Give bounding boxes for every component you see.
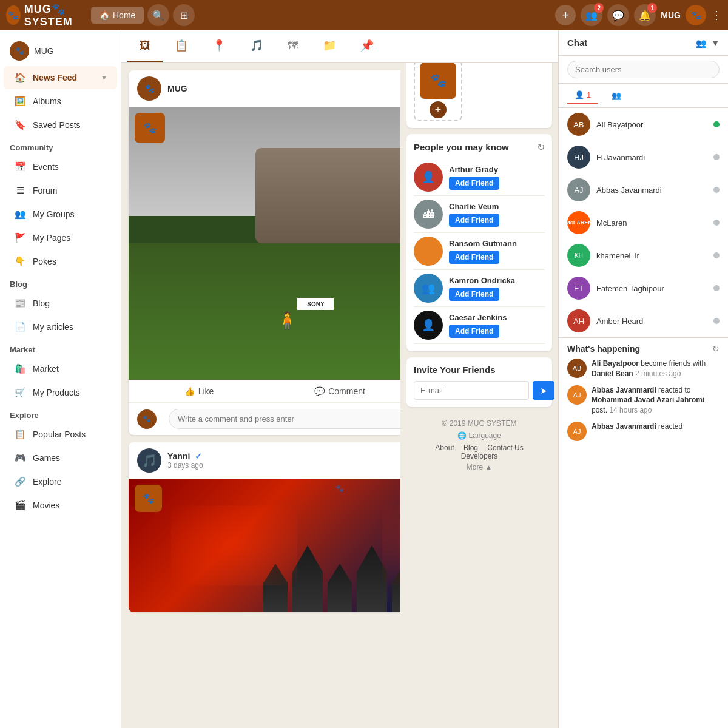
offline-indicator-3: [713, 220, 720, 226]
wh-header: What's happening ↻: [567, 344, 720, 354]
sidebar-item-movies[interactable]: 🎬 Movies: [4, 494, 117, 517]
chat-add-icon[interactable]: 👥: [696, 38, 706, 48]
tab-files[interactable]: 📁: [311, 30, 348, 62]
messages-button[interactable]: ⊞: [173, 4, 195, 26]
sidebar-item-explore[interactable]: 🔗 Explore: [4, 470, 117, 493]
chat-user-3[interactable]: McLAREN McLaren: [559, 206, 728, 239]
tab-location[interactable]: 📍: [200, 30, 238, 62]
sidebar-item-albums[interactable]: 🖼️ Albums: [4, 90, 117, 113]
chat-user-1[interactable]: HJ H Javanmardi: [559, 141, 728, 174]
saved-icon: 🔖: [13, 118, 27, 132]
market-label: Market: [33, 364, 59, 374]
tab-pin[interactable]: 📌: [348, 30, 386, 62]
chat-search-input[interactable]: [567, 61, 720, 78]
sidebar-item-savedposts[interactable]: 🔖 Saved Posts: [4, 113, 117, 136]
sidebar-item-popularposts[interactable]: 📋 Popular Posts: [4, 423, 117, 446]
sidebar-item-mypages[interactable]: 🚩 My Pages: [4, 226, 117, 249]
post-time-concert: 3 days ago: [167, 461, 203, 470]
chat-username-6: Amber Heard: [596, 317, 643, 326]
like-icon: 👍: [184, 386, 195, 396]
like-button-game[interactable]: 👍 Like: [129, 380, 269, 402]
people-avatar-3: 👥: [414, 274, 443, 303]
chat-user-5[interactable]: FT Fatemeh Taghipour: [559, 272, 728, 305]
more-options-button[interactable]: ⋮: [711, 8, 722, 22]
people-item-0: 👤 Arthur Grady Add Friend: [414, 159, 545, 196]
sidebar-item-pokes[interactable]: 👇 Pokes: [4, 250, 117, 273]
invite-title: Invite Your Friends: [414, 365, 545, 375]
chat-avatar-0: AB: [567, 113, 590, 136]
footer-language[interactable]: 🌐 Language: [413, 431, 546, 440]
groups-icon: 👥: [13, 207, 27, 221]
chat-avatar-1: HJ: [567, 146, 590, 169]
people-avatar-2: [414, 237, 443, 266]
people-title: People you may know: [414, 142, 537, 152]
blog-section-title: Blog: [0, 274, 121, 291]
sidebar-item-mygroups[interactable]: 👥 My Groups: [4, 203, 117, 226]
home-button[interactable]: 🏠 Home: [91, 7, 144, 24]
search-button[interactable]: 🔍: [147, 4, 169, 26]
sidebar-item-myarticles[interactable]: 📄 My articles: [4, 315, 117, 339]
chat-avatar-5: FT: [567, 277, 590, 300]
messages-nav-button[interactable]: 💬: [607, 4, 629, 26]
chat-username-2: Abbas Javanmardi: [596, 186, 662, 195]
footer-link-about[interactable]: About: [435, 443, 454, 452]
add-friend-button-1[interactable]: Add Friend: [449, 214, 499, 227]
create-post-button[interactable]: +: [555, 5, 576, 25]
story-item-logo[interactable]: 🐾 +: [414, 60, 462, 121]
people-name-1: Charlie Veum: [449, 202, 499, 211]
wh-middle-2: reacted: [658, 422, 682, 431]
tab-photos[interactable]: 🖼: [127, 31, 163, 62]
sidebar-item-newsfeed[interactable]: 🏠 News Feed ▼: [4, 66, 117, 89]
blog-label: Blog: [33, 298, 50, 308]
sidebar-item-myproducts[interactable]: 🛒 My Products: [4, 381, 117, 404]
left-sidebar: 🐾 MUG 🏠 News Feed ▼ 🖼️ Albums 🔖 Saved Po…: [0, 30, 121, 728]
newsfeed-label: News Feed: [33, 73, 77, 83]
wh-item-0: AB Ali Bayatpoor become friends with Dan…: [567, 359, 720, 379]
add-friend-button-2[interactable]: Add Friend: [449, 251, 499, 264]
chat-tab-online[interactable]: 👤 1: [567, 87, 598, 104]
friends-requests-button[interactable]: 👥 2: [581, 4, 602, 26]
tab-map[interactable]: 🗺: [275, 31, 311, 62]
add-friend-button-0[interactable]: Add Friend: [449, 177, 499, 190]
chat-tab-all[interactable]: 👥: [604, 87, 629, 104]
chat-header-icons: 👥 ▼: [696, 38, 720, 48]
tab-music[interactable]: 🎵: [238, 30, 275, 62]
logo-icon: 🐾: [6, 5, 21, 25]
chat-username-0: Ali Bayatpoor: [596, 120, 643, 129]
footer-more[interactable]: More ▲: [413, 463, 546, 471]
chat-user-0[interactable]: AB Ali Bayatpoor: [559, 108, 728, 141]
tab-text[interactable]: 📋: [163, 30, 200, 62]
footer-link-developers[interactable]: Developers: [461, 452, 498, 460]
invite-send-button[interactable]: ➤: [533, 381, 554, 400]
albums-icon: 🖼️: [13, 95, 27, 108]
sidebar-item-events[interactable]: 📅 Events: [4, 155, 117, 178]
home-label: Home: [113, 10, 135, 20]
chat-chevron-icon[interactable]: ▼: [711, 38, 720, 48]
like-label: Like: [198, 386, 214, 396]
topnav-center: 🏠 Home 🔍 ⊞: [91, 4, 195, 26]
sidebar-item-games[interactable]: 🎮 Games: [4, 447, 117, 470]
chat-avatar-2: AJ: [567, 178, 590, 201]
footer-links-list: About Blog Contact Us Developers: [413, 443, 546, 460]
post-avatar-game: 🐾: [137, 76, 161, 101]
wh-refresh-button[interactable]: ↻: [712, 344, 720, 354]
user-avatar[interactable]: 🐾: [686, 5, 706, 25]
footer-copyright: © 2019 MUG SYSTEM: [413, 419, 546, 428]
people-refresh-button[interactable]: ↻: [537, 141, 545, 153]
footer-link-blog[interactable]: Blog: [463, 443, 478, 452]
add-friend-button-3[interactable]: Add Friend: [449, 288, 499, 301]
sidebar-item-forum[interactable]: ☰ Forum: [4, 179, 117, 202]
comment-button-game[interactable]: 💬 Comment: [269, 380, 410, 402]
notifications-button[interactable]: 🔔 1: [634, 4, 656, 26]
sidebar-item-blog[interactable]: 📰 Blog: [4, 292, 117, 315]
wh-title: What's happening: [567, 344, 712, 354]
chat-user-6[interactable]: AH Amber Heard: [559, 305, 728, 337]
chat-user-2[interactable]: AJ Abbas Javanmardi: [559, 174, 728, 206]
footer-link-contact[interactable]: Contact Us: [487, 443, 523, 452]
add-friend-button-4[interactable]: Add Friend: [449, 325, 499, 338]
invite-email-input[interactable]: [414, 381, 529, 400]
chat-user-4[interactable]: KH khamenei_ir: [559, 239, 728, 272]
game-logo-overlay: 🐾: [135, 113, 165, 143]
sidebar-item-market[interactable]: 🛍️ Market: [4, 357, 117, 380]
temple4: [357, 545, 387, 612]
